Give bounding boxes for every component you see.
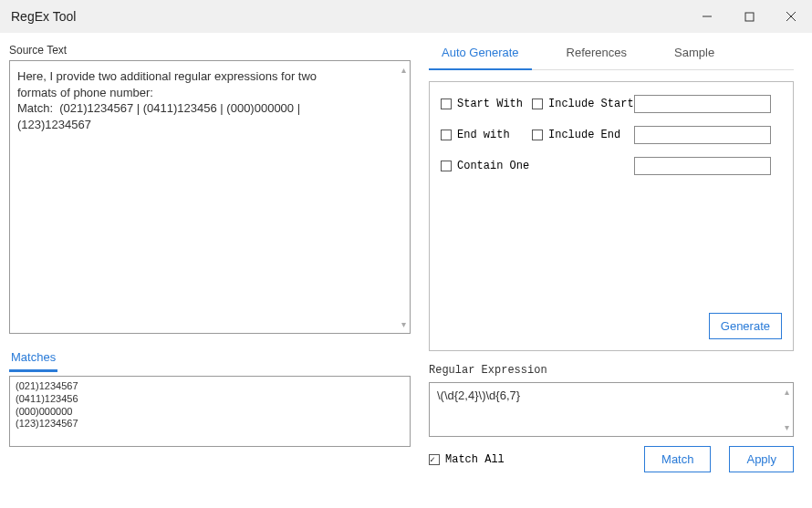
- match-item: (123)1234567: [16, 418, 404, 430]
- regex-input[interactable]: [430, 383, 793, 436]
- match-all-label: Match All: [445, 453, 505, 466]
- tab-sample[interactable]: Sample: [661, 38, 727, 69]
- match-all-checkbox[interactable]: Match All: [429, 453, 505, 466]
- match-button[interactable]: Match: [644, 446, 711, 472]
- include-start-checkbox[interactable]: Include Start: [532, 98, 634, 110]
- start-with-checkbox[interactable]: Start With: [441, 98, 532, 110]
- close-button[interactable]: [770, 0, 812, 33]
- maximize-button[interactable]: [728, 0, 770, 33]
- match-item: (0411)123456: [16, 393, 404, 406]
- start-with-label: Start With: [457, 98, 523, 110]
- minimize-button[interactable]: [686, 0, 728, 33]
- apply-button[interactable]: Apply: [729, 446, 794, 472]
- match-item: (021)1234567: [16, 380, 404, 393]
- contain-one-input[interactable]: [634, 157, 771, 175]
- matches-list[interactable]: (021)1234567 (0411)123456 (000)000000 (1…: [9, 376, 411, 447]
- auto-generate-panel: Start With Include Start End with Includ…: [429, 81, 794, 351]
- right-tabbar: Auto Generate References Sample: [429, 38, 794, 70]
- source-text-input[interactable]: [10, 61, 410, 333]
- tab-auto-generate[interactable]: Auto Generate: [429, 38, 532, 70]
- window-controls: [686, 0, 812, 33]
- generate-button[interactable]: Generate: [709, 313, 782, 339]
- svg-rect-1: [745, 13, 754, 21]
- match-item: (000)000000: [16, 406, 404, 419]
- contain-one-label: Contain One: [457, 160, 529, 172]
- end-with-input[interactable]: [634, 126, 771, 144]
- source-text-label: Source Text: [9, 44, 411, 57]
- tab-matches[interactable]: Matches: [9, 347, 57, 372]
- source-text-container: ▴ ▾: [9, 60, 411, 334]
- end-with-checkbox[interactable]: End with: [441, 129, 532, 141]
- contain-one-checkbox[interactable]: Contain One: [441, 160, 532, 172]
- include-end-checkbox[interactable]: Include End: [532, 129, 634, 141]
- tab-references[interactable]: References: [554, 38, 640, 69]
- matches-tabbar: Matches: [9, 347, 411, 372]
- titlebar: RegEx Tool: [0, 0, 812, 33]
- start-with-input[interactable]: [634, 95, 771, 113]
- window-title: RegEx Tool: [11, 9, 76, 24]
- regex-container: ▴ ▾: [429, 382, 794, 437]
- include-start-label: Include Start: [548, 98, 634, 110]
- regex-label: Regular Expression: [429, 364, 794, 377]
- end-with-label: End with: [457, 129, 510, 141]
- include-end-label: Include End: [548, 129, 620, 141]
